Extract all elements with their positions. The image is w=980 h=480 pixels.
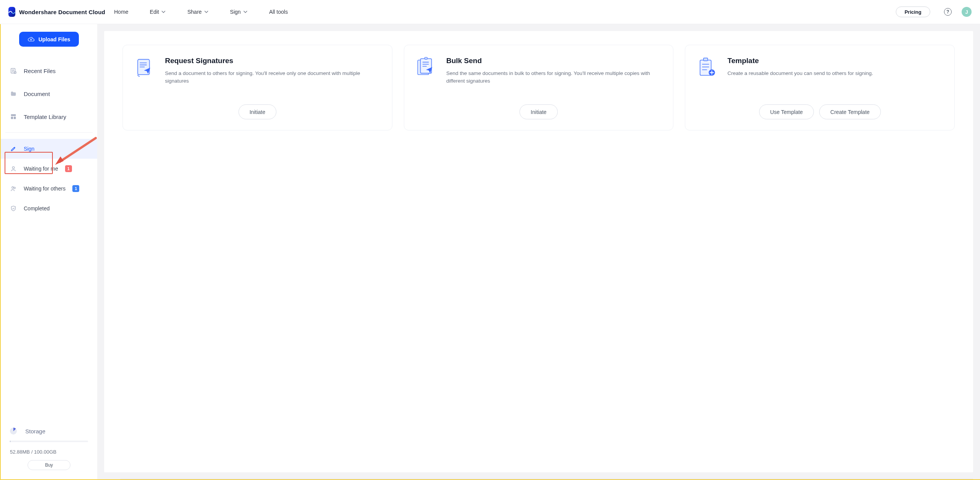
storage-label: Storage [25, 428, 46, 434]
sidebar-sign-nav: Sign Waiting for me 1 Waiting for others… [1, 139, 97, 218]
sidebar-item-sign[interactable]: Sign [1, 139, 97, 159]
sidebar-item-waiting-for-others[interactable]: Waiting for others 1 [1, 179, 97, 199]
nav-edit-label: Edit [150, 9, 159, 15]
svg-rect-4 [14, 117, 16, 119]
help-button[interactable]: ? [944, 8, 952, 16]
request-signatures-icon [133, 57, 155, 79]
svg-rect-2 [11, 114, 16, 116]
brand-name: Wondershare Document Cloud [19, 9, 105, 15]
sidebar-item-recent-files[interactable]: Recent Files [5, 65, 93, 76]
recent-files-icon [10, 67, 17, 74]
nav-sign-label: Sign [230, 9, 241, 15]
card-description: Create a reusable document you can send … [727, 70, 873, 77]
card-title: Request Signatures [165, 57, 382, 65]
bulk-send-icon [414, 57, 436, 79]
sign-action-cards: Request Signatures Send a document to ot… [122, 45, 955, 130]
svg-rect-3 [11, 117, 13, 119]
card-description: Send the same documents in bulk to other… [446, 70, 663, 85]
card-bulk-send: Bulk Send Send the same documents in bul… [404, 45, 674, 130]
storage-progress [10, 441, 88, 442]
card-template: Template Create a reusable document you … [685, 45, 955, 130]
sidebar-item-label: Document [24, 91, 50, 97]
badge-waiting-for-me: 1 [65, 165, 72, 172]
buy-storage-button[interactable]: Buy [28, 460, 70, 470]
use-template-button[interactable]: Use Template [759, 104, 814, 119]
nav-share[interactable]: Share [187, 9, 208, 15]
template-icon [695, 57, 717, 79]
nav-home-label: Home [114, 9, 128, 15]
pen-icon [10, 145, 17, 152]
app-header: Wondershare Document Cloud Home Edit Sha… [0, 0, 980, 24]
create-template-button[interactable]: Create Template [819, 104, 880, 119]
folder-icon [10, 90, 17, 97]
nav-sign[interactable]: Sign [230, 9, 248, 15]
svg-point-7 [14, 187, 15, 189]
nav-edit[interactable]: Edit [150, 9, 166, 15]
card-description: Send a document to others for signing. Y… [165, 70, 382, 85]
avatar[interactable]: J [962, 7, 972, 17]
sidebar-item-completed[interactable]: Completed [1, 199, 97, 218]
sidebar: Upload Files Recent Files Document Templ… [1, 24, 97, 479]
upload-files-label: Upload Files [38, 36, 70, 42]
shield-check-icon [10, 205, 17, 212]
sidebar-item-label: Template Library [24, 114, 66, 120]
sidebar-item-label: Sign [24, 146, 34, 152]
card-title: Template [727, 57, 873, 65]
chevron-down-icon [204, 10, 209, 14]
svg-rect-15 [704, 58, 708, 61]
footer-divider [120, 479, 973, 479]
sidebar-item-label: Recent Files [24, 68, 56, 74]
storage-usage-text: 52.88MB / 100.00GB [10, 449, 88, 455]
card-request-signatures: Request Signatures Send a document to ot… [122, 45, 392, 130]
nav-home[interactable]: Home [114, 9, 128, 15]
upload-files-button[interactable]: Upload Files [19, 32, 78, 47]
sidebar-item-waiting-for-me[interactable]: Waiting for me 1 [1, 159, 97, 179]
nav-share-label: Share [187, 9, 201, 15]
top-nav: Home Edit Share Sign All tools [114, 9, 288, 15]
cloud-upload-icon [28, 36, 34, 43]
brand: Wondershare Document Cloud [8, 7, 97, 17]
users-icon [10, 185, 17, 192]
svg-point-6 [12, 187, 14, 189]
nav-all-tools[interactable]: All tools [269, 9, 288, 15]
pricing-button[interactable]: Pricing [896, 7, 930, 17]
sidebar-item-document[interactable]: Document [5, 88, 93, 99]
badge-waiting-for-others: 1 [72, 185, 79, 192]
card-title: Bulk Send [446, 57, 663, 65]
sidebar-item-label: Completed [24, 205, 50, 212]
storage-block: Storage 52.88MB / 100.00GB Buy [1, 428, 97, 479]
sidebar-item-template-library[interactable]: Template Library [5, 111, 93, 122]
initiate-request-signatures-button[interactable]: Initiate [238, 104, 276, 119]
main-content: Request Signatures Send a document to ot… [97, 24, 980, 479]
sidebar-divider [5, 132, 93, 133]
chevron-down-icon [243, 10, 248, 14]
user-icon [10, 165, 17, 172]
initiate-bulk-send-button[interactable]: Initiate [519, 104, 557, 119]
svg-rect-13 [425, 57, 427, 59]
svg-point-5 [12, 167, 14, 169]
sidebar-item-label: Waiting for others [24, 185, 65, 192]
storage-heading: Storage [10, 428, 88, 434]
brand-logo-icon [8, 7, 15, 17]
sidebar-item-label: Waiting for me [24, 166, 58, 172]
chevron-down-icon [161, 10, 166, 14]
storage-pie-icon [10, 428, 17, 434]
sidebar-primary-nav: Recent Files Document Template Library [1, 65, 97, 122]
templates-icon [10, 113, 17, 120]
nav-all-tools-label: All tools [269, 9, 288, 15]
